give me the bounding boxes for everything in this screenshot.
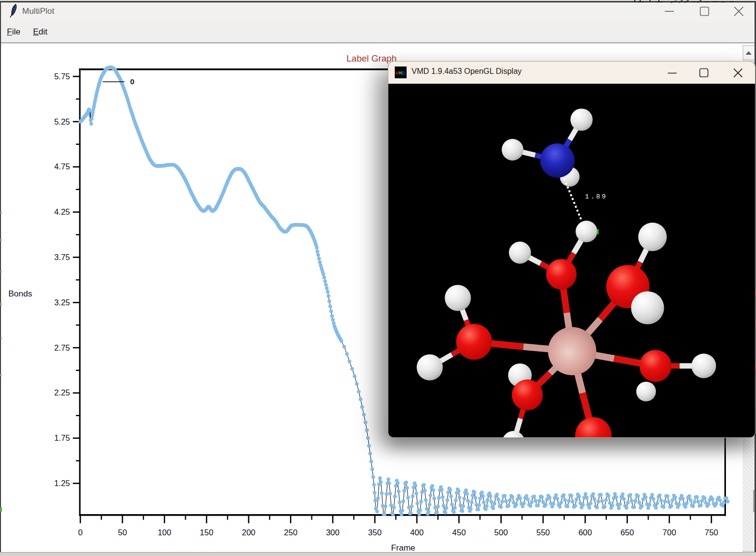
svg-text:4.25: 4.25 xyxy=(54,207,70,216)
svg-text:4.75: 4.75 xyxy=(54,162,70,171)
svg-text:300: 300 xyxy=(326,528,340,537)
svg-text:5.25: 5.25 xyxy=(54,117,70,126)
svg-text:0: 0 xyxy=(130,77,135,86)
svg-text:1.75: 1.75 xyxy=(54,433,70,442)
svg-text:1.89: 1.89 xyxy=(585,193,607,200)
svg-text:2.75: 2.75 xyxy=(54,343,70,352)
svg-text:100: 100 xyxy=(158,528,172,537)
svg-text:650: 650 xyxy=(620,528,634,537)
svg-text:600: 600 xyxy=(579,528,592,537)
svg-text:5.75: 5.75 xyxy=(54,72,70,81)
svg-text:Label Graph: Label Graph xyxy=(346,53,397,64)
svg-text:150: 150 xyxy=(200,528,213,537)
svg-text:3.75: 3.75 xyxy=(54,253,70,262)
svg-text:1.25: 1.25 xyxy=(54,479,70,488)
svg-text:50: 50 xyxy=(118,528,127,537)
svg-text:0: 0 xyxy=(78,528,82,537)
svg-text:Frame: Frame xyxy=(391,543,415,553)
svg-text:700: 700 xyxy=(662,528,676,537)
svg-text:Bonds: Bonds xyxy=(8,289,32,298)
svg-text:250: 250 xyxy=(284,528,298,537)
svg-text:350: 350 xyxy=(368,528,382,537)
svg-text:400: 400 xyxy=(410,528,424,537)
svg-text:550: 550 xyxy=(536,528,550,537)
svg-text:D: D xyxy=(402,70,406,76)
svg-text:450: 450 xyxy=(452,528,466,537)
svg-text:3.25: 3.25 xyxy=(54,298,70,307)
svg-text:500: 500 xyxy=(494,528,508,537)
svg-text:200: 200 xyxy=(242,528,256,537)
svg-text:2.25: 2.25 xyxy=(54,388,70,397)
svg-text:750: 750 xyxy=(705,528,719,537)
